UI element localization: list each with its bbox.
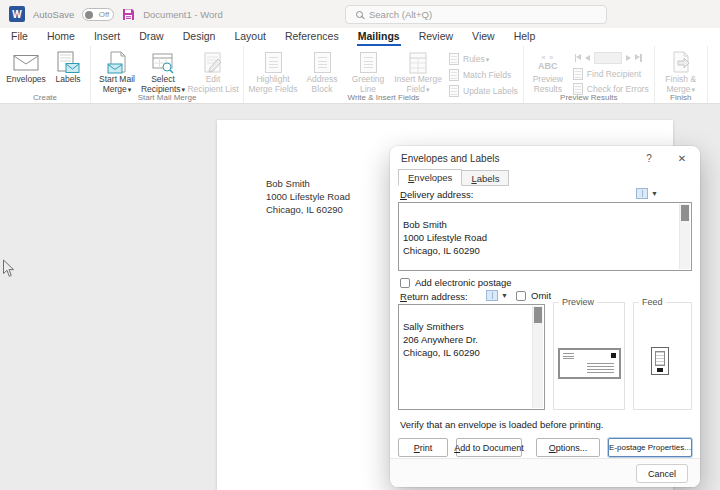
- address-block-label: Address Block: [306, 75, 337, 94]
- tab-insert[interactable]: Insert: [93, 30, 121, 46]
- title-bar: AutoSave Off Document1 - Word: [0, 0, 720, 28]
- highlight-merge-fields-button: Highlight Merge Fields: [247, 48, 299, 94]
- match-fields-button: Match Fields: [449, 69, 518, 81]
- search-input[interactable]: [369, 9, 569, 20]
- select-recipients-label: Select Recipients: [141, 74, 181, 94]
- preview-results-controls: Find Recipient Check for Errors: [569, 48, 651, 95]
- omit-checkbox[interactable]: [516, 291, 526, 301]
- search-box[interactable]: [345, 5, 607, 24]
- scrollbar[interactable]: [532, 306, 543, 408]
- envelope-preview-icon[interactable]: [558, 348, 621, 379]
- address-book-icon: [636, 188, 648, 199]
- highlight-merge-fields-icon: [265, 50, 282, 75]
- record-number-box: [594, 52, 622, 64]
- edit-recipient-list-button: Edit Recipient List: [186, 48, 240, 94]
- select-recipients-button[interactable]: Select Recipients: [140, 48, 186, 94]
- tab-mailings[interactable]: Mailings: [357, 30, 401, 46]
- greeting-line-icon: [360, 50, 377, 75]
- feed-sheet: [655, 351, 665, 366]
- document-canvas: Bob Smith 1000 Lifestyle Road Chicago, I…: [0, 104, 720, 490]
- word-app-icon[interactable]: [9, 6, 25, 22]
- return-address-label: Return address:: [400, 291, 468, 302]
- ribbon-group-finish: Finish & Merge Finish: [655, 46, 708, 103]
- address-block-icon: [314, 50, 331, 75]
- finish-and-merge-button: Finish & Merge: [658, 48, 704, 94]
- insert-merge-field-label: Insert Merge Field: [394, 74, 442, 94]
- select-recipients-icon: [151, 50, 175, 75]
- group-name-create: Create: [0, 93, 90, 102]
- return-address-field[interactable]: Sally Smithers 206 Anywhere Dr. Chicago,…: [398, 304, 545, 410]
- cancel-button[interactable]: Cancel: [636, 464, 688, 483]
- tab-file[interactable]: File: [10, 30, 29, 46]
- dialog-footer: Cancel: [390, 458, 700, 487]
- labels-label: Labels: [55, 75, 80, 85]
- autosave-toggle[interactable]: Off: [82, 8, 114, 21]
- ribbon-group-preview-results: ABC Preview Results Find Recipient: [524, 46, 655, 103]
- add-electronic-postage-label: Add electronic postage: [415, 277, 512, 288]
- feed-method-icon[interactable]: [651, 347, 669, 375]
- rules-label: Rules: [463, 54, 485, 64]
- tab-help[interactable]: Help: [513, 30, 537, 46]
- envelopes-label: Envelopes: [6, 75, 46, 85]
- labels-icon: [56, 50, 80, 75]
- group-name-finish: Finish: [655, 93, 707, 102]
- edit-recipient-list-label: Edit Recipient List: [187, 75, 238, 94]
- chevron-down-icon: ▼: [651, 190, 658, 197]
- preview-results-icon: ABC: [538, 50, 558, 75]
- highlight-merge-fields-label: Highlight Merge Fields: [248, 75, 297, 94]
- epostage-properties-button[interactable]: E-postage Properties...: [608, 438, 692, 457]
- preview-group: Preview: [553, 302, 625, 410]
- find-recipient-label: Find Recipient: [587, 69, 641, 79]
- scrollbar-thumb[interactable]: [681, 205, 689, 221]
- close-icon[interactable]: [673, 151, 691, 166]
- document-title: Document1 - Word: [143, 9, 223, 20]
- feed-group: Feed: [633, 302, 692, 410]
- scrollbar[interactable]: [679, 204, 690, 269]
- tab-references[interactable]: References: [284, 30, 340, 46]
- ribbon: Envelopes Labels Create: [0, 46, 720, 104]
- options-button[interactable]: Options...: [536, 438, 600, 457]
- start-mail-merge-icon: [106, 50, 129, 75]
- omit-row: Omit: [516, 290, 551, 301]
- address-book-icon: [486, 290, 498, 301]
- save-icon[interactable]: [122, 8, 135, 21]
- match-fields-label: Match Fields: [463, 70, 511, 80]
- write-insert-small-buttons: Rules Match Fields Update Labels: [445, 48, 520, 97]
- print-button[interactable]: Print: [398, 438, 448, 457]
- record-navigator: [573, 51, 649, 65]
- stamp-square: [611, 353, 616, 358]
- find-recipient-icon: [573, 68, 583, 80]
- delivery-address-field[interactable]: Bob Smith 1000 Lifestyle Road Chicago, I…: [398, 202, 692, 271]
- start-mail-merge-button[interactable]: Start Mail Merge: [94, 48, 140, 94]
- document-address-text: Bob Smith 1000 Lifestyle Road Chicago, I…: [266, 177, 350, 216]
- tab-labels-dialog[interactable]: Labels: [461, 170, 509, 186]
- chevron-down-icon: ▼: [501, 292, 508, 299]
- tab-draw[interactable]: Draw: [138, 30, 165, 46]
- dropdown-caret: [181, 84, 186, 94]
- add-electronic-postage-checkbox[interactable]: [400, 278, 410, 288]
- delivery-address-book-picker[interactable]: ▼: [636, 188, 658, 199]
- return-address-book-picker[interactable]: ▼: [486, 290, 508, 301]
- abc-glyph: ABC: [538, 61, 558, 71]
- tab-review[interactable]: Review: [418, 30, 454, 46]
- tab-layout[interactable]: Layout: [233, 30, 267, 46]
- previous-record-icon: [585, 55, 590, 61]
- insert-merge-field-icon: [408, 50, 428, 75]
- tab-envelopes-dialog[interactable]: Envelopes: [398, 169, 462, 186]
- verify-text: Verify that an envelope is loaded before…: [400, 419, 603, 430]
- dropdown-caret: [127, 84, 132, 94]
- address-block-button: Address Block: [299, 48, 345, 94]
- help-button[interactable]: ?: [640, 151, 658, 166]
- dialog-tabs: Envelopes Labels: [398, 169, 509, 186]
- finish-merge-icon: [670, 50, 692, 75]
- tab-view[interactable]: View: [471, 30, 496, 46]
- tab-home[interactable]: Home: [46, 30, 76, 46]
- group-name-start-mail-merge: Start Mail Merge: [91, 93, 243, 102]
- scrollbar-thumb[interactable]: [534, 307, 542, 323]
- labels-button[interactable]: Labels: [49, 48, 87, 85]
- tab-design[interactable]: Design: [182, 30, 217, 46]
- ribbon-group-create: Envelopes Labels Create: [0, 46, 91, 103]
- dropdown-caret: [690, 84, 695, 94]
- envelopes-button[interactable]: Envelopes: [3, 48, 49, 85]
- add-to-document-button[interactable]: Add to Document: [456, 438, 522, 457]
